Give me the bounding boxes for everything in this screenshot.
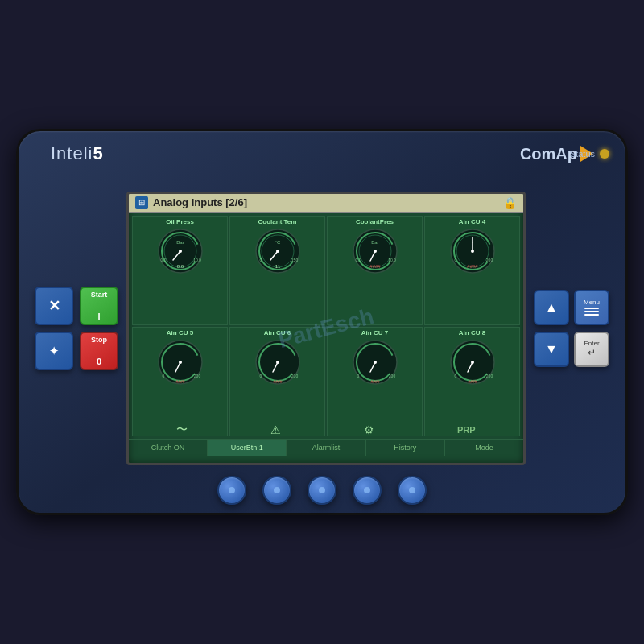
svg-text:200: 200 — [291, 374, 298, 378]
screen-header: ⊞ Analog Inputs [2/6] 🔒 — [129, 194, 523, 213]
tab-alarmlist[interactable]: Alarmlist — [287, 440, 365, 456]
svg-point-34 — [471, 250, 474, 253]
left-top-row: ✕ Start I — [35, 287, 118, 325]
gauge-coolant-temp-label: Coolant Tem — [258, 218, 297, 225]
svg-text:200: 200 — [193, 374, 200, 378]
svg-text:0: 0 — [259, 374, 262, 378]
enter-button[interactable]: Enter ↵ — [574, 332, 609, 367]
warning-button[interactable]: ✦ — [35, 332, 73, 370]
gauge-ain-cu6: Ain CU 6 0 200 #### — [229, 327, 325, 436]
svg-text:####: #### — [370, 379, 379, 384]
down-button[interactable]: ▼ — [534, 332, 569, 367]
gauge-oil-press-label: Oil Press — [166, 218, 194, 225]
svg-text:0.0: 0.0 — [160, 258, 166, 262]
gauge-ain-cu5-label: Ain CU 5 — [167, 329, 193, 336]
svg-text:####: #### — [468, 379, 477, 384]
bottom-btn-5-dot — [409, 487, 415, 493]
gauge-ain-cu4: Ain CU 4 - 0 200 #### — [424, 216, 520, 325]
status-area: Status — [570, 149, 609, 159]
svg-text:150: 150 — [291, 258, 298, 262]
svg-text:0.6: 0.6 — [176, 264, 184, 269]
stop-button[interactable]: Stop 0 — [80, 332, 118, 370]
svg-text:####: #### — [467, 264, 478, 269]
bottom-button-group — [217, 476, 427, 505]
bottom-btn-2[interactable] — [262, 476, 291, 505]
stop-symbol: 0 — [97, 357, 101, 366]
gauge-grid: Oil Press Bar 0.0 10.0 0.6 — [129, 213, 523, 440]
svg-text:0: 0 — [357, 374, 359, 378]
lock-icon: 🔒 — [503, 196, 517, 209]
gauge-ain-cu5-svg: 0 200 #### — [155, 337, 205, 387]
right-top-row: ▲ Menu — [534, 290, 609, 325]
gauge-ain-cu8: Ain CU 8 0 200 #### — [424, 327, 520, 436]
left-button-group: ✕ Start I ✦ Stop 0 — [35, 287, 118, 370]
menu-lines-icon — [584, 308, 599, 316]
right-bottom-row: ▼ Enter ↵ — [534, 332, 609, 367]
gauge-coolant-pres-label: CoolantPres — [356, 218, 394, 225]
right-button-group: ▲ Menu ▼ Enter ↵ — [534, 290, 609, 367]
start-label: Start — [91, 291, 108, 299]
display-screen: ⊞ Analog Inputs [2/6] 🔒 Oil Press Bar 0.… — [126, 192, 526, 465]
bottom-btn-1-dot — [229, 487, 235, 493]
bottom-btn-4-dot — [364, 487, 370, 493]
tab-history[interactable]: History — [366, 440, 445, 456]
menu-button[interactable]: Menu — [574, 290, 609, 325]
bottom-btn-3-dot — [319, 487, 325, 493]
fault-reset-button[interactable]: ✕ — [35, 287, 73, 325]
gauge-ain-cu6-svg: 0 200 #### — [253, 337, 303, 387]
svg-text:0: 0 — [162, 374, 164, 378]
brand-model: 5 — [93, 143, 103, 163]
manufacturer-name: ComAp — [520, 145, 577, 163]
header-area: Inteli5 ComAp — [51, 143, 593, 164]
gauge-ain-cu4-label: Ain CU 4 — [459, 218, 485, 225]
gauge-ain-cu5: Ain CU 5 0 200 #### — [132, 327, 228, 436]
gauge-coolant-temp-svg: °C 0 150 11 — [253, 226, 303, 276]
enter-label: Enter — [584, 340, 599, 347]
svg-point-60 — [471, 361, 474, 364]
tab-mode[interactable]: Mode — [445, 440, 523, 456]
svg-text:200: 200 — [485, 258, 493, 262]
svg-text:Bar: Bar — [176, 240, 184, 245]
gauge-coolant-pres-svg: Bar 0.0 10.0 #### — [350, 226, 400, 276]
device-body: Inteli5 ComAp Status ✕ Start I — [16, 129, 628, 515]
gauge-coolant-temp: Coolant Tem °C 0 150 11 — [229, 216, 325, 325]
svg-text:####: #### — [369, 264, 381, 269]
svg-point-25 — [374, 250, 377, 253]
footer-tabs[interactable]: Clutch ON UserBtn 1 Alarmlist History Mo… — [129, 439, 523, 456]
svg-text:10.0: 10.0 — [388, 258, 396, 262]
bottom-btn-5[interactable] — [398, 476, 427, 505]
svg-text:Bar: Bar — [371, 240, 378, 245]
stop-label: Stop — [91, 336, 107, 344]
svg-point-16 — [276, 250, 279, 253]
bottom-btn-1[interactable] — [217, 476, 246, 505]
bottom-btn-3[interactable] — [308, 476, 336, 505]
wave-icon: 〜 — [176, 423, 188, 437]
svg-text:####: #### — [175, 379, 184, 384]
up-button[interactable]: ▲ — [534, 290, 569, 325]
start-button[interactable]: Start I — [80, 287, 118, 325]
svg-point-7 — [179, 250, 182, 253]
svg-point-46 — [276, 361, 279, 364]
svg-text:0: 0 — [259, 258, 262, 262]
arrow-down-icon: ▼ — [545, 342, 558, 357]
enter-symbol: ↵ — [588, 347, 596, 358]
screen-footer: 〜 ⚠ ⚙ PRP Clutch ON UserBtn 1 Alarmlist … — [129, 421, 523, 463]
menu-line-2 — [584, 311, 599, 312]
gauge-coolant-pres: CoolantPres Bar 0.0 10.0 #### — [327, 216, 423, 325]
arrow-up-icon: ▲ — [545, 300, 558, 315]
gauge-ain-cu7-svg: 0 200 #### — [350, 337, 400, 387]
gauge-ain-cu8-svg: 0 200 #### — [448, 337, 497, 387]
prp-label: PRP — [457, 425, 476, 435]
menu-line-1 — [584, 308, 599, 309]
screen-header-icon: ⊞ — [135, 196, 148, 209]
tab-userbtn1[interactable]: UserBtn 1 — [208, 440, 287, 456]
alert-icon: ⚠ — [270, 423, 281, 436]
tab-clutch-on[interactable]: Clutch ON — [129, 440, 208, 456]
footer-icons: 〜 ⚠ ⚙ PRP — [129, 421, 523, 439]
svg-text:0: 0 — [454, 258, 456, 262]
bottom-btn-4[interactable] — [353, 476, 382, 505]
status-label: Status — [570, 149, 595, 159]
start-symbol: I — [97, 312, 100, 321]
screen-title: Analog Inputs [2/6] — [153, 196, 498, 208]
menu-line-3 — [584, 314, 599, 316]
